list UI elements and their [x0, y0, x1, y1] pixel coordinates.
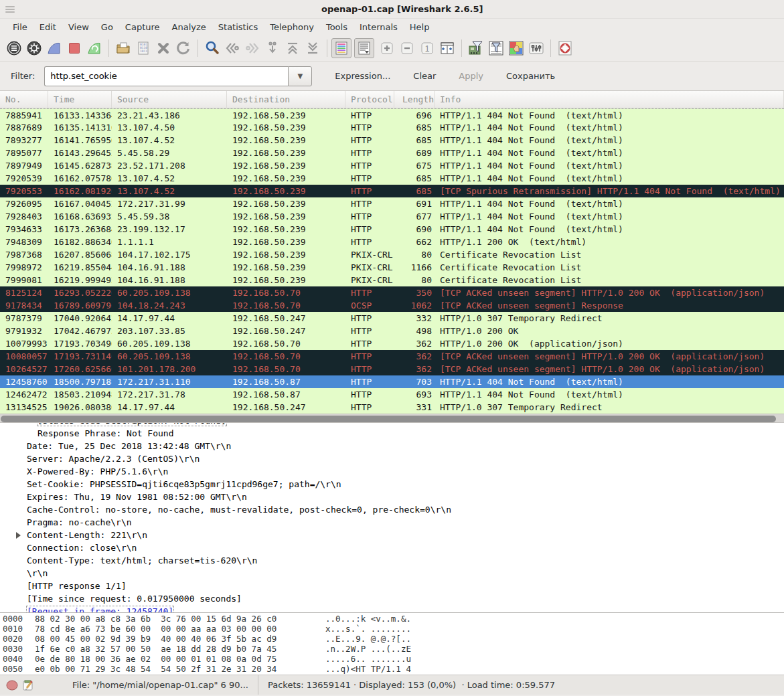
packet-row[interactable]: 788594116133.14336423.21.43.186192.168.5… [0, 108, 784, 121]
go-top-icon[interactable] [283, 38, 303, 58]
column-header-info[interactable]: Info [435, 91, 784, 108]
packet-row[interactable]: 788768916135.14131613.107.4.50192.168.50… [0, 121, 784, 134]
menu-item-file[interactable]: File [7, 20, 33, 34]
preferences-icon[interactable] [526, 38, 546, 58]
hex-row[interactable]: 000088 02 30 00 a8 c8 3a 6b 3c 76 00 15 … [0, 614, 784, 624]
detail-line[interactable]: Date: Tue, 25 Dec 2018 13:42:48 GMT\r\n [0, 440, 784, 452]
packet-row[interactable]: 1313452519026.08038614.17.97.44192.168.5… [0, 401, 784, 414]
capture-comment-icon[interactable] [22, 679, 34, 691]
coloring-rules-icon[interactable] [506, 38, 526, 58]
save-filter-button[interactable]: Сохранить [506, 71, 555, 81]
packet-row[interactable]: 792840316168.6369325.45.59.38192.168.50.… [0, 210, 784, 223]
detail-line[interactable]: [Time since request: 0.017950000 seconds… [0, 592, 784, 605]
go-to-packet-icon[interactable] [262, 38, 283, 58]
zoom-in-icon[interactable] [377, 38, 397, 58]
expression-button[interactable]: Expression... [335, 71, 390, 81]
column-header-no[interactable]: No. [0, 91, 48, 108]
menu-item-go[interactable]: Go [95, 20, 119, 34]
hex-row[interactable]: 00301f 6e c0 a8 32 57 00 50 ae 18 dd 28 … [0, 644, 784, 654]
packet-row[interactable]: 1026452717260.625666101.201.178.200192.1… [0, 363, 784, 375]
display-filters-icon[interactable] [486, 38, 506, 58]
packet-row[interactable]: 979193217042.467972203.107.33.85192.168.… [0, 325, 784, 337]
menu-item-help[interactable]: Help [404, 20, 436, 34]
packet-row[interactable]: 789507716143.2964525.45.58.29192.168.50.… [0, 147, 784, 159]
detail-line[interactable]: Cache-Control: no-store, no-cache, must-… [0, 503, 784, 516]
column-header-source[interactable]: Source [112, 91, 227, 108]
horizontal-scrollbar[interactable] [0, 414, 784, 423]
packet-row[interactable]: 793463316173.26368423.199.132.17192.168.… [0, 223, 784, 236]
packet-row[interactable]: 917843416789.609796104.18.24.243192.168.… [0, 299, 784, 312]
column-header-protocol[interactable]: Protocol [345, 91, 394, 108]
show-interfaces-icon[interactable] [4, 38, 24, 58]
filter-dropdown-button[interactable]: ▼ [288, 66, 312, 86]
detail-line[interactable]: Set-Cookie: PHPSESSID=qjti6cqe83p5gmrj11… [0, 478, 784, 491]
packet-row[interactable]: 1007999317193.70349060.205.109.138192.16… [0, 337, 784, 350]
go-forward-icon[interactable] [242, 38, 262, 58]
expander-triangle-icon[interactable] [16, 532, 21, 539]
menu-item-analyze[interactable]: Analyze [166, 20, 212, 34]
detail-line[interactable]: [Request in frame: 12458740] [0, 605, 784, 613]
colorize-list-icon[interactable] [331, 38, 351, 58]
reload-file-icon[interactable] [173, 38, 193, 58]
menu-item-statistics[interactable]: Statistics [212, 20, 264, 34]
help-icon[interactable] [555, 38, 575, 58]
menu-item-internals[interactable]: Internals [354, 20, 404, 34]
packet-row[interactable]: 792609516167.040452172.217.31.99192.168.… [0, 197, 784, 210]
packet-row[interactable]: 978737917040.92064214.17.97.44192.168.50… [0, 312, 784, 325]
zoom-out-icon[interactable] [397, 38, 417, 58]
packet-row[interactable]: 812512416293.05222660.205.109.138192.168… [0, 286, 784, 299]
packet-list-header[interactable]: No.TimeSourceDestinationProtocolLengthIn… [0, 91, 784, 108]
column-header-length[interactable]: Length [394, 91, 435, 108]
start-capture-icon[interactable] [44, 38, 64, 58]
detail-line[interactable]: Expires: Thu, 19 Nov 1981 08:52:00 GMT\r… [0, 491, 784, 503]
packet-row[interactable]: 799908116219.999492104.16.91.188192.168.… [0, 274, 784, 286]
column-header-destination[interactable]: Destination [227, 91, 345, 108]
detail-line[interactable]: Server: Apache/2.2.3 (CentOS)\r\n [0, 452, 784, 465]
go-back-icon[interactable] [222, 38, 242, 58]
scrollbar-thumb[interactable] [1, 416, 776, 422]
clear-button[interactable]: Clear [413, 71, 436, 81]
close-file-icon[interactable] [153, 38, 173, 58]
menu-item-tools[interactable]: Tools [320, 20, 354, 34]
menu-item-capture[interactable]: Capture [119, 20, 166, 34]
hex-row[interactable]: 00400e de 80 18 00 36 ae 02 00 00 01 01 … [0, 654, 784, 664]
detail-line[interactable]: Content-Type: text/html; charset=tis-620… [0, 554, 784, 567]
hex-row[interactable]: 0050e0 0b 00 71 29 3c 48 54 54 50 2f 31 … [0, 664, 784, 674]
hex-row[interactable]: 001078 cd 8e a6 73 be 60 00 00 00 aa aa … [0, 624, 784, 634]
column-header-time[interactable]: Time [48, 91, 112, 108]
hex-row[interactable]: 002008 00 45 00 02 9d 39 b9 40 00 40 06 … [0, 634, 784, 644]
detail-line[interactable]: X-Powered-By: PHP/5.1.6\r\n [0, 465, 784, 478]
menu-item-telephony[interactable]: Telephony [264, 20, 320, 34]
open-file-icon[interactable] [113, 38, 133, 58]
detail-line[interactable]: \r\n [0, 567, 784, 580]
detail-line[interactable]: [HTTP response 1/1] [0, 580, 784, 592]
zoom-100-icon[interactable]: 1 [417, 38, 437, 58]
packet-row[interactable]: 799897216219.855044104.16.91.188192.168.… [0, 261, 784, 274]
find-packet-icon[interactable] [202, 38, 222, 58]
detail-line[interactable]: Connection: close\r\n [0, 541, 784, 554]
detail-line[interactable]: Content-Length: 221\r\n [0, 529, 784, 541]
packet-row-selected[interactable]: 1245876018500.797188172.217.31.110192.16… [0, 375, 784, 388]
apply-button[interactable]: Apply [459, 71, 483, 81]
packet-row[interactable]: 789327716141.76595613.107.4.52192.168.50… [0, 134, 784, 147]
packet-row[interactable]: 792053916162.07578013.107.4.52192.168.50… [0, 172, 784, 185]
filter-input[interactable] [44, 66, 288, 86]
capture-options-icon[interactable] [24, 38, 44, 58]
go-bottom-icon[interactable] [303, 38, 323, 58]
packet-row[interactable]: 1008005717193.73114060.205.109.138192.16… [0, 350, 784, 363]
expert-info-icon[interactable] [5, 680, 19, 691]
menu-item-view[interactable]: View [62, 20, 95, 34]
save-file-icon[interactable]: 010101101011 [133, 38, 153, 58]
packet-row[interactable]: 1246247218503.210948172.217.31.78192.168… [0, 388, 784, 401]
capture-filters-icon[interactable] [466, 38, 486, 58]
packet-row[interactable]: 794830916182.8863401.1.1.1192.168.50.239… [0, 236, 784, 248]
auto-scroll-icon[interactable] [354, 38, 374, 58]
resize-columns-icon[interactable] [437, 38, 457, 58]
detail-line[interactable]: Response Phrase: Not Found [0, 427, 784, 440]
stop-capture-icon[interactable] [64, 38, 84, 58]
packet-row[interactable]: 789794916145.62873823.52.171.208192.168.… [0, 159, 784, 172]
packet-row[interactable]: 792055316162.08192613.107.4.52192.168.50… [0, 185, 784, 197]
menu-item-edit[interactable]: Edit [33, 20, 62, 34]
packet-row[interactable]: 798736816207.856068104.17.102.175192.168… [0, 248, 784, 261]
detail-line[interactable]: Pragma: no-cache\r\n [0, 516, 784, 529]
